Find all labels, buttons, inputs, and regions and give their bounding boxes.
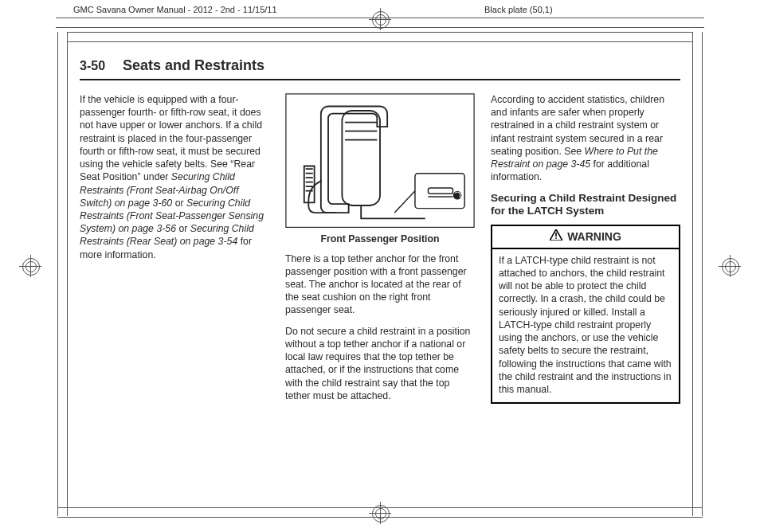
svg-rect-8 (555, 237, 557, 239)
warning-triangle-icon (550, 229, 562, 244)
page-content: 3-50 Seats and Restraints If the vehicle… (80, 57, 680, 492)
registration-mark-icon (719, 255, 741, 277)
crop-line (67, 32, 68, 516)
running-head: 3-50 Seats and Restraints (80, 57, 680, 80)
crop-line (57, 517, 703, 518)
body-paragraph: Do not secure a child restraint in a pos… (285, 325, 475, 402)
crop-line (67, 32, 693, 33)
column-1: If the vehicle is equipped with a four-p… (80, 93, 269, 410)
manual-id-label: GMC Savana Owner Manual - 2012 - 2nd - 1… (73, 5, 277, 14)
body-paragraph: There is a top tether anchor for the fro… (285, 252, 475, 317)
text: If the vehicle is equipped with a four-p… (80, 94, 262, 182)
warning-body: If a LATCH-type child restraint is not a… (492, 249, 679, 402)
body-paragraph: According to accident statistics, childr… (491, 93, 680, 184)
crop-line (67, 41, 693, 42)
figure-caption: Front Passenger Position (285, 233, 475, 245)
columns: If the vehicle is equipped with a four-p… (80, 93, 680, 410)
svg-point-6 (453, 192, 460, 199)
registration-mark-icon (369, 8, 391, 30)
subheading: Securing a Child Restraint Designed for … (491, 192, 680, 219)
text: or (178, 223, 190, 234)
plate-label: Black plate (50,1) (484, 5, 553, 14)
crop-line (702, 32, 703, 516)
warning-label: WARNING (567, 229, 621, 244)
crop-line (692, 32, 693, 516)
warning-box: WARNING If a LATCH-type child restraint … (491, 225, 680, 404)
body-paragraph: If the vehicle is equipped with a four-p… (80, 93, 269, 261)
svg-rect-2 (415, 174, 464, 209)
text: or (175, 198, 186, 209)
registration-mark-icon (369, 502, 391, 524)
manual-page: GMC Savana Owner Manual - 2012 - 2nd - 1… (0, 0, 760, 532)
svg-rect-7 (555, 233, 557, 237)
crop-line (57, 32, 58, 516)
crop-line (57, 507, 703, 508)
column-2: Front Passenger Position There is a top … (285, 93, 475, 410)
warning-title: WARNING (492, 226, 679, 248)
tether-anchor-illustration (285, 93, 475, 228)
column-3: According to accident statistics, childr… (491, 93, 680, 410)
registration-mark-icon (19, 255, 41, 277)
section-title: Seats and Restraints (123, 57, 264, 74)
svg-rect-1 (342, 111, 380, 205)
svg-line-3 (394, 191, 415, 213)
page-number: 3-50 (80, 59, 105, 73)
